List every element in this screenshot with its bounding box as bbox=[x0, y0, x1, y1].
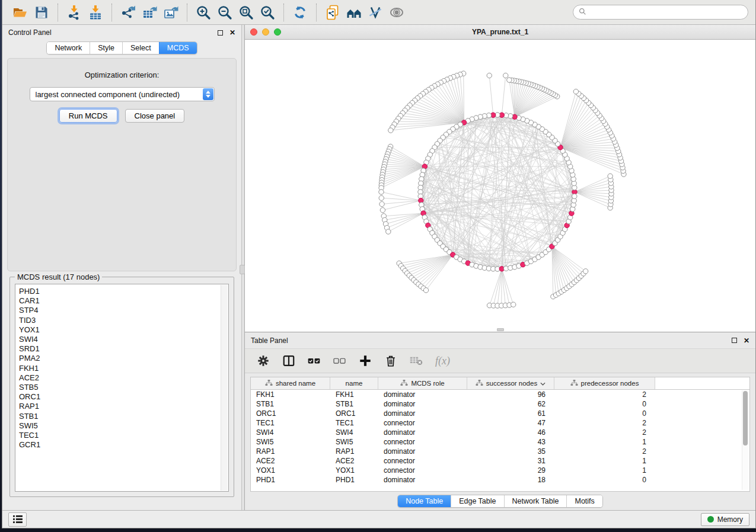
mcds-result-item[interactable]: SWI5 bbox=[19, 421, 228, 431]
cell-shared_name[interactable]: RAP1 bbox=[251, 447, 330, 456]
close-panel-button[interactable]: Close panel bbox=[125, 109, 185, 123]
cell-mcds_role[interactable]: dominator bbox=[378, 400, 467, 408]
network-node[interactable] bbox=[388, 128, 393, 133]
import-table-icon[interactable] bbox=[85, 2, 106, 23]
network-node[interactable] bbox=[487, 73, 492, 78]
export-network-icon[interactable] bbox=[117, 2, 139, 23]
cell-mcds_role[interactable]: connector bbox=[378, 438, 467, 446]
split-panel-icon[interactable] bbox=[282, 354, 295, 367]
cell-name[interactable]: PHD1 bbox=[330, 476, 378, 484]
cell-predecessor_nodes[interactable]: 1 bbox=[554, 466, 655, 475]
network-node[interactable] bbox=[379, 196, 384, 200]
column-header-name[interactable]: name bbox=[330, 377, 378, 389]
mcds-result-item[interactable]: PMA2 bbox=[19, 354, 228, 363]
mcds-result-item[interactable]: ORC1 bbox=[19, 392, 228, 402]
network-node[interactable] bbox=[583, 269, 588, 274]
open-file-icon[interactable] bbox=[9, 2, 31, 23]
table-row[interactable]: SWI4SWI4dominator462 bbox=[251, 428, 749, 437]
cell-predecessor_nodes[interactable]: 1 bbox=[554, 457, 655, 465]
column-header-predecessor-nodes[interactable]: predecessor nodes bbox=[554, 377, 655, 389]
table-row[interactable]: RAP1RAP1dominator352 bbox=[251, 447, 749, 456]
cell-name[interactable]: RAP1 bbox=[330, 447, 378, 456]
cell-successor_nodes[interactable]: 46 bbox=[467, 428, 554, 437]
table-tab-node-table[interactable]: Node Table bbox=[398, 495, 451, 507]
network-node[interactable] bbox=[572, 194, 577, 198]
cell-shared_name[interactable]: PHD1 bbox=[251, 476, 330, 484]
float-table-panel-icon[interactable] bbox=[732, 338, 737, 343]
export-table-icon[interactable] bbox=[139, 2, 160, 23]
search-input[interactable] bbox=[589, 8, 742, 17]
apply-layout-icon[interactable] bbox=[289, 2, 311, 23]
mcds-result-item[interactable]: TEC1 bbox=[19, 431, 228, 440]
search-box[interactable] bbox=[573, 5, 748, 20]
mcds-result-item[interactable]: YOX1 bbox=[19, 325, 228, 335]
cell-name[interactable]: SWI4 bbox=[330, 428, 378, 437]
cell-mcds_role[interactable]: dominator bbox=[378, 428, 467, 437]
cell-predecessor_nodes[interactable]: 0 bbox=[554, 409, 655, 418]
table-row[interactable]: TEC1TEC1connector472 bbox=[251, 418, 749, 428]
cell-successor_nodes[interactable]: 61 bbox=[467, 409, 554, 418]
mcds-result-item[interactable]: ACE2 bbox=[19, 373, 228, 383]
sort-chevron-icon[interactable] bbox=[540, 380, 546, 387]
cell-shared_name[interactable]: SWI5 bbox=[251, 438, 330, 446]
cell-shared_name[interactable]: STB1 bbox=[251, 400, 330, 408]
table-row[interactable]: ACE2ACE2connector311 bbox=[251, 456, 749, 466]
mcds-result-item[interactable]: SRD1 bbox=[19, 344, 228, 354]
memory-button[interactable]: Memory bbox=[701, 513, 749, 526]
cell-predecessor_nodes[interactable]: 2 bbox=[554, 390, 655, 399]
column-header-MCDS-role[interactable]: MCDS role bbox=[378, 377, 467, 389]
network-node[interactable] bbox=[503, 73, 508, 78]
cell-predecessor_nodes[interactable]: 0 bbox=[554, 476, 655, 484]
network-node[interactable] bbox=[507, 78, 512, 82]
table-row[interactable]: SWI5SWI5connector431 bbox=[251, 437, 749, 447]
cell-name[interactable]: ACE2 bbox=[330, 457, 378, 465]
cell-predecessor_nodes[interactable]: 2 bbox=[554, 447, 655, 456]
cell-mcds_role[interactable]: connector bbox=[378, 466, 467, 475]
table-row[interactable]: FKH1FKH1dominator962 bbox=[251, 390, 749, 399]
table-row[interactable]: PHD1PHD1dominator180 bbox=[251, 475, 749, 485]
cell-shared_name[interactable]: ACE2 bbox=[251, 457, 330, 465]
mcds-result-item[interactable]: STB1 bbox=[19, 412, 228, 421]
cell-name[interactable]: TEC1 bbox=[330, 419, 378, 427]
cell-mcds_role[interactable]: connector bbox=[378, 419, 467, 427]
mcds-result-item[interactable]: CAR1 bbox=[19, 296, 228, 306]
cell-predecessor_nodes[interactable]: 1 bbox=[554, 438, 655, 446]
cell-name[interactable]: ORC1 bbox=[330, 409, 378, 418]
mcds-result-item[interactable]: RAP1 bbox=[19, 402, 228, 411]
splitter-grip[interactable] bbox=[240, 265, 245, 274]
network-node[interactable] bbox=[608, 174, 613, 178]
select-all-icon[interactable] bbox=[308, 354, 321, 367]
column-header-shared-name[interactable]: shared name bbox=[251, 377, 330, 389]
show-all-icon[interactable] bbox=[386, 2, 407, 23]
cell-successor_nodes[interactable]: 96 bbox=[467, 390, 554, 399]
cell-successor_nodes[interactable]: 47 bbox=[467, 419, 554, 427]
network-node[interactable] bbox=[386, 229, 391, 234]
save-session-icon[interactable] bbox=[31, 2, 52, 23]
mcds-list-scrollbar[interactable] bbox=[221, 285, 228, 491]
table-tab-motifs[interactable]: Motifs bbox=[566, 495, 602, 507]
close-panel-icon[interactable]: ✕ bbox=[229, 29, 235, 36]
cell-name[interactable]: FKH1 bbox=[330, 390, 378, 399]
mcds-result-item[interactable]: STP4 bbox=[19, 306, 228, 315]
cell-successor_nodes[interactable]: 31 bbox=[467, 457, 554, 465]
zoom-in-icon[interactable] bbox=[193, 2, 214, 23]
table-tab-edge-table[interactable]: Edge Table bbox=[451, 495, 503, 507]
minimize-window-icon[interactable] bbox=[262, 28, 269, 36]
cell-shared_name[interactable]: FKH1 bbox=[251, 390, 330, 399]
float-panel-icon[interactable] bbox=[218, 30, 223, 36]
cell-shared_name[interactable]: TEC1 bbox=[251, 419, 330, 427]
network-node[interactable] bbox=[379, 190, 384, 194]
tab-network[interactable]: Network bbox=[47, 42, 90, 54]
network-graph[interactable] bbox=[245, 40, 755, 332]
cell-shared_name[interactable]: YOX1 bbox=[251, 466, 330, 475]
cell-mcds_role[interactable]: connector bbox=[378, 457, 467, 465]
zoom-out-icon[interactable] bbox=[214, 2, 235, 23]
table-row[interactable]: YOX1YOX1connector291 bbox=[251, 466, 749, 475]
add-row-icon[interactable] bbox=[359, 354, 372, 367]
delete-row-icon[interactable] bbox=[384, 354, 397, 367]
network-node[interactable] bbox=[423, 288, 428, 293]
table-scrollbar-thumb[interactable] bbox=[743, 391, 748, 446]
cell-successor_nodes[interactable]: 35 bbox=[467, 447, 554, 456]
table-row[interactable]: STB1STB1dominator620 bbox=[251, 399, 749, 409]
horizontal-splitter-grip[interactable] bbox=[497, 328, 504, 331]
